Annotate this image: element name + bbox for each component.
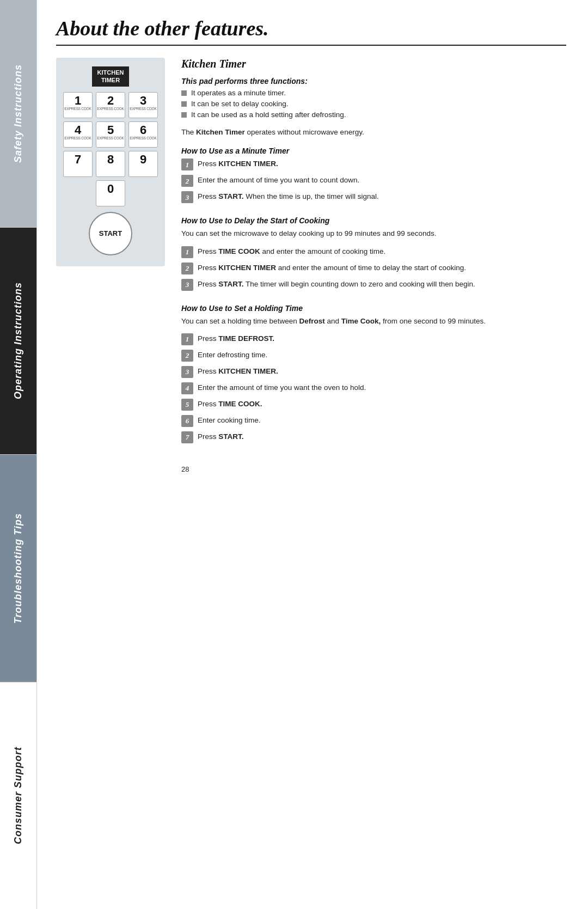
text-content: Kitchen Timer This pad performs three fu… — [181, 58, 566, 473]
key-9[interactable]: 9 — [128, 151, 158, 177]
hold-step-4: 4 Enter the amount of time you want the … — [181, 382, 566, 394]
key-6[interactable]: 6 EXPRESS COOK — [128, 121, 158, 148]
delay-intro: You can set the microwave to delay cooki… — [181, 228, 566, 239]
page-title: About the other features. — [56, 16, 566, 40]
kitchen-timer-title: Kitchen Timer — [181, 58, 566, 70]
key-7[interactable]: 7 — [63, 151, 93, 177]
key-4[interactable]: 4 EXPRESS COOK — [63, 121, 93, 148]
key-3[interactable]: 3 EXPRESS COOK — [128, 92, 158, 118]
keypad-zero-row: 0 — [96, 180, 125, 206]
sidebar-label-troubleshooting: Troubleshooting Tips — [13, 508, 24, 629]
sidebar: Safety Instructions Operating Instructio… — [0, 0, 37, 909]
main-content: About the other features. KITCHEN TIMER … — [37, 0, 588, 909]
hold-step-6: 6 Enter cooking time. — [181, 415, 566, 427]
minute-step-3: 3 Press START. When the time is up, the … — [181, 191, 566, 203]
sidebar-section-safety: Safety Instructions — [0, 0, 36, 228]
delay-step-3: 3 Press START. The timer will begin coun… — [181, 279, 566, 291]
delay-step-2: 2 Press KITCHEN TIMER and enter the amou… — [181, 263, 566, 274]
hold-step-1: 1 Press TIME DEFROST. — [181, 333, 566, 345]
key-8[interactable]: 8 — [96, 151, 125, 177]
list-item-minute: It operates as a minute timer. — [181, 89, 566, 97]
sidebar-label-operating: Operating Instructions — [13, 277, 24, 405]
key-2[interactable]: 2 EXPRESS COOK — [96, 92, 125, 118]
hold-intro: You can set a holding time between Defro… — [181, 316, 566, 327]
key-1[interactable]: 1 EXPRESS COOK — [63, 92, 93, 118]
minute-step-2: 2 Enter the amount of time you want to c… — [181, 175, 566, 187]
page-number: 28 — [181, 465, 566, 473]
hold-step-5: 5 Press TIME COOK. — [181, 399, 566, 411]
how-to-hold-title: How to Use to Set a Holding Time — [181, 304, 566, 313]
bullet-icon — [181, 101, 187, 107]
bullet-icon — [181, 112, 187, 118]
sidebar-section-consumer: Consumer Support — [0, 682, 36, 910]
key-5[interactable]: 5 EXPRESS COOK — [96, 121, 125, 148]
how-to-delay-title: How to Use to Delay the Start of Cooking — [181, 216, 566, 225]
sidebar-section-operating: Operating Instructions — [0, 228, 36, 455]
hold-step-7: 7 Press START. — [181, 431, 566, 443]
minute-step-1: 1 Press KITCHEN TIMER. — [181, 158, 566, 170]
operates-text: The Kitchen Timer operates without micro… — [181, 127, 566, 138]
key-0[interactable]: 0 — [96, 180, 125, 206]
hold-steps-list: 1 Press TIME DEFROST. 2 Enter defrosting… — [181, 333, 566, 448]
content-row: KITCHEN TIMER 1 EXPRESS COOK 2 EXPRESS C… — [56, 58, 566, 473]
delay-step-1: 1 Press TIME COOK and enter the amount o… — [181, 246, 566, 258]
how-to-minute-title: How to Use as a Minute Timer — [181, 147, 566, 155]
sidebar-label-consumer: Consumer Support — [13, 741, 24, 850]
sidebar-section-troubleshooting: Troubleshooting Tips — [0, 455, 36, 682]
minute-steps-list: 1 Press KITCHEN TIMER. 2 Enter the amoun… — [181, 158, 566, 208]
this-pad-performs-label: This pad performs three functions: — [181, 77, 566, 86]
list-item-delay: It can be set to delay cooking. — [181, 100, 566, 108]
list-item-hold: It can be used as a hold setting after d… — [181, 111, 566, 119]
hold-step-2: 2 Enter defrosting time. — [181, 350, 566, 362]
bullet-icon — [181, 90, 187, 96]
keypad-label: KITCHEN TIMER — [92, 66, 130, 87]
keypad-grid: 1 EXPRESS COOK 2 EXPRESS COOK 3 EXPRESS … — [63, 92, 158, 177]
start-button[interactable]: START — [89, 212, 132, 255]
features-list: It operates as a minute timer. It can be… — [181, 89, 566, 121]
hold-step-3: 3 Press KITCHEN TIMER. — [181, 366, 566, 378]
delay-steps-list: 1 Press TIME COOK and enter the amount o… — [181, 246, 566, 295]
keypad-container: KITCHEN TIMER 1 EXPRESS COOK 2 EXPRESS C… — [56, 58, 165, 266]
sidebar-label-safety: Safety Instructions — [13, 59, 24, 168]
title-rule — [56, 45, 566, 46]
